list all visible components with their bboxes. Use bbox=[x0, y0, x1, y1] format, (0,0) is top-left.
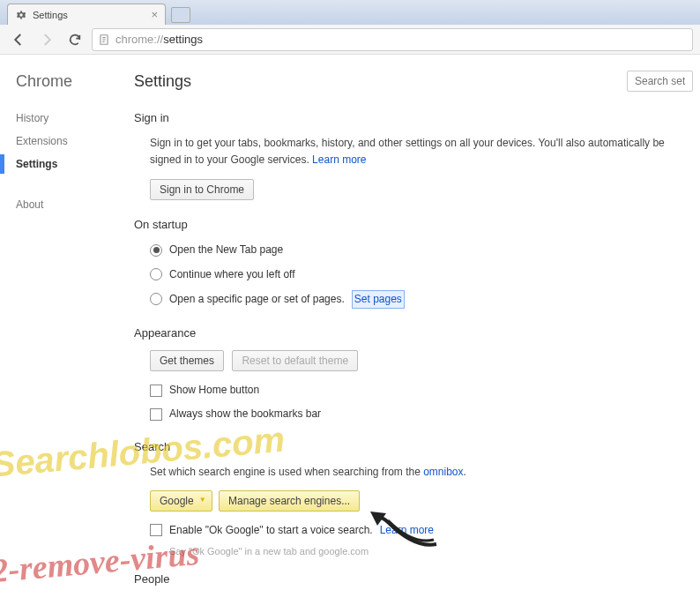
tab-settings[interactable]: Settings × bbox=[7, 4, 166, 25]
startup-option-label: Open the New Tab page bbox=[169, 242, 283, 258]
search-text: Set which search engine is used when sea… bbox=[150, 466, 423, 478]
show-bookmarks-checkbox-row[interactable]: Always show the bookmarks bar bbox=[150, 406, 693, 422]
sidebar-item-extensions[interactable]: Extensions bbox=[16, 130, 115, 153]
signin-title: Sign in bbox=[134, 111, 693, 124]
startup-option-specific[interactable]: Open a specific page or set of pages. Se… bbox=[150, 290, 693, 309]
get-themes-button[interactable]: Get themes bbox=[150, 350, 224, 371]
signin-button[interactable]: Sign in to Chrome bbox=[150, 179, 254, 200]
address-prefix: chrome:// bbox=[115, 33, 163, 46]
reload-button[interactable] bbox=[63, 28, 86, 51]
main: Chrome History Extensions Settings About… bbox=[0, 55, 700, 605]
close-icon[interactable]: × bbox=[151, 8, 158, 21]
ok-google-hint: Say "Ok Google" in a new tab and google.… bbox=[134, 546, 693, 556]
appearance-body: Get themes Reset to default theme Show H… bbox=[134, 350, 693, 422]
forward-button[interactable] bbox=[35, 28, 58, 51]
tab-title: Settings bbox=[33, 10, 68, 20]
checkbox-icon bbox=[150, 385, 162, 397]
new-tab-button[interactable] bbox=[171, 7, 190, 23]
radio-icon bbox=[150, 244, 162, 257]
checkbox-icon bbox=[150, 408, 162, 421]
radio-icon bbox=[150, 268, 162, 280]
show-home-label: Show Home button bbox=[169, 382, 259, 399]
content-header: Settings bbox=[134, 71, 693, 92]
show-home-checkbox-row[interactable]: Show Home button bbox=[150, 382, 693, 399]
startup-body: Open the New Tab page Continue where you… bbox=[134, 242, 693, 309]
sidebar-item-settings[interactable]: Settings bbox=[16, 153, 115, 176]
search-body: Set which search engine is used when sea… bbox=[134, 464, 693, 538]
back-button[interactable] bbox=[7, 28, 30, 51]
reset-theme-button[interactable]: Reset to default theme bbox=[232, 350, 358, 371]
startup-option-continue[interactable]: Continue where you left off bbox=[150, 266, 693, 283]
sidebar-item-about[interactable]: About bbox=[16, 193, 115, 216]
search-input[interactable] bbox=[627, 71, 693, 92]
signin-body: Sign in to get your tabs, bookmarks, his… bbox=[134, 135, 693, 200]
ok-google-checkbox-row[interactable]: Enable "Ok Google" to start a voice sear… bbox=[150, 522, 693, 539]
set-pages-link[interactable]: Set pages bbox=[352, 290, 405, 309]
address-path: settings bbox=[163, 33, 203, 46]
gear-icon bbox=[15, 9, 27, 21]
signin-text: Sign in to get your tabs, bookmarks, his… bbox=[150, 137, 665, 166]
page-title: Settings bbox=[134, 72, 191, 91]
sidebar-item-history[interactable]: History bbox=[16, 107, 115, 130]
appearance-title: Appearance bbox=[134, 326, 693, 340]
show-bookmarks-label: Always show the bookmarks bar bbox=[169, 406, 321, 422]
toolbar: chrome://settings bbox=[0, 25, 700, 55]
startup-option-label: Continue where you left off bbox=[169, 266, 295, 283]
ok-google-learn-more-link[interactable]: Learn more bbox=[380, 522, 434, 539]
ok-google-label: Enable "Ok Google" to start a voice sear… bbox=[169, 522, 373, 539]
signin-learn-more-link[interactable]: Learn more bbox=[312, 153, 366, 166]
sidebar: Chrome History Extensions Settings About bbox=[0, 55, 115, 605]
search-title: Search bbox=[134, 440, 693, 453]
address-bar[interactable]: chrome://settings bbox=[92, 28, 693, 51]
radio-icon bbox=[150, 293, 162, 305]
people-title: People bbox=[134, 572, 693, 586]
sidebar-title: Chrome bbox=[16, 72, 115, 91]
tab-bar: Settings × bbox=[0, 0, 700, 25]
checkbox-icon bbox=[150, 524, 162, 536]
page-icon bbox=[98, 34, 110, 46]
omnibox-link[interactable]: omnibox bbox=[423, 466, 463, 478]
content: Settings Sign in Sign in to get your tab… bbox=[115, 55, 700, 605]
startup-option-label: Open a specific page or set of pages. bbox=[169, 291, 345, 308]
search-engine-dropdown[interactable]: Google bbox=[150, 490, 212, 512]
startup-title: On startup bbox=[134, 218, 693, 231]
manage-search-engines-button[interactable]: Manage search engines... bbox=[219, 490, 360, 512]
startup-option-newtab[interactable]: Open the New Tab page bbox=[150, 242, 693, 258]
